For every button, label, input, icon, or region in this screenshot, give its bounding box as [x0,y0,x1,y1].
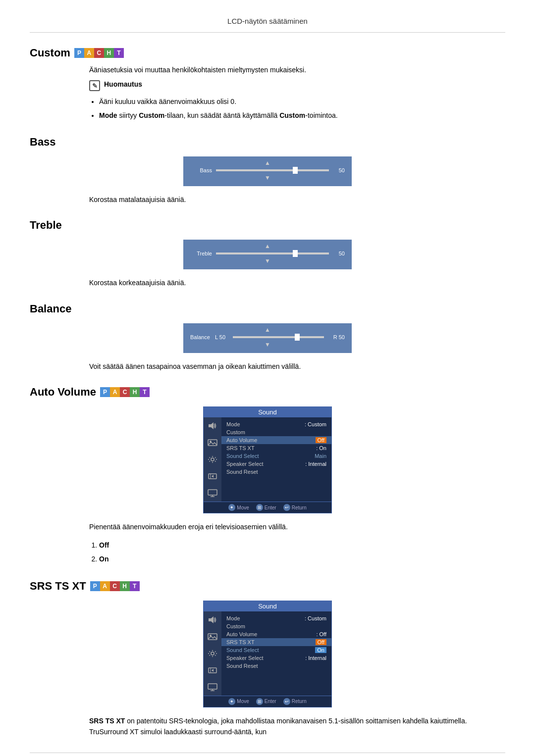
srs-footer-enter: ⊞ Enter [256,698,276,705]
bass-arrow-down: ▼ [265,174,270,181]
bullet-custom: Custom [139,111,164,119]
option-off: Off [99,539,505,552]
balance-slider-label: Balance [190,334,212,340]
balance-left-value: L 50 [215,334,230,340]
balance-arrow-up: ▲ [265,326,270,333]
srs-row-speakerselect: Speaker Select : Internal [221,654,331,662]
bass-title: Bass [30,136,505,149]
srs-menu-title: Sound [204,601,331,611]
srs-row-mode: Mode : Custom [221,614,331,622]
treble-arrow-down: ▼ [265,257,270,264]
menu-row-srs: SRS TS XT : On [221,444,331,452]
option-on: On [99,553,505,566]
bullet-1: Ääni kuuluu vaikka äänenvoimakkuus olisi… [99,96,505,108]
badge-c: C [94,48,104,58]
bullet-custom2: Custom [279,111,305,119]
menu-icons [204,417,221,502]
menu-rows: Mode : Custom Custom Auto Volume Off [221,417,331,502]
page-title: LCD-näytön säätäminen [30,10,505,33]
auto-volume-badge: P A C H T [100,387,150,397]
treble-section: Treble ▲ Treble 50 ▼ Korostaa korkeataaj… [30,219,505,288]
bass-slider-row: Bass 50 [190,167,345,173]
svg-rect-1 [208,440,217,446]
menu-row-soundselect: Sound Select Main [221,452,331,460]
bass-section: Bass ▲ Bass 50 ▼ Korostaa matalataajuisi… [30,136,505,205]
srs-title: SRS TS XT P A C H T [30,580,505,593]
badge-t: T [114,48,124,58]
srs-footer-return: ↩ Return [283,698,307,705]
auto-volume-menu: Sound [203,406,332,513]
balance-thumb[interactable] [295,334,300,341]
srs-row-srs[interactable]: SRS TS XT Off [221,638,331,646]
treble-slider-label: Treble [190,251,212,256]
svg-rect-6 [208,490,217,495]
srs-icon-sound [207,614,218,625]
srs-menu-container: Sound [30,601,505,707]
srs-enter-icon: ⊞ [256,698,263,705]
treble-title: Treble [30,219,505,232]
return-icon: ↩ [283,504,290,511]
balance-slider-row: Balance L 50 R 50 [190,334,345,340]
custom-section: Custom P A C H T Ääniasetuksia voi muutt… [30,47,505,122]
bass-slider-box: ▲ Bass 50 ▼ [183,156,352,186]
footer-move: ✦ Move [228,504,249,511]
custom-description: Ääniasetuksia voi muuttaa henkilökohtais… [89,64,505,75]
svg-marker-9 [209,616,214,623]
menu-icon-settings [207,454,218,465]
treble-slider-box: ▲ Treble 50 ▼ [183,240,352,269]
bass-slider-label: Bass [190,167,212,173]
menu-icon-sound [207,420,218,431]
badge-a: A [84,48,94,58]
footer-enter: ⊞ Enter [256,504,276,511]
srs-icon-settings [207,648,218,659]
treble-track[interactable] [216,252,329,254]
note-icon: ✎ [89,80,100,91]
auto-volume-description: Pienentää äänenvoimakkuuden eroja eri te… [89,521,505,532]
custom-section-body: Ääniasetuksia voi muuttaa henkilökohtais… [89,64,505,122]
balance-arrow-down: ▼ [265,341,270,348]
srs-icon-picture [207,631,218,642]
treble-thumb[interactable] [293,250,298,257]
svg-marker-0 [209,422,214,429]
bullet-2: Mode siirtyy Custom-tilaan, kun säädät ä… [99,110,505,122]
svg-point-12 [211,652,214,655]
srs-return-icon: ↩ [283,698,290,705]
balance-section: Balance ▲ Balance L 50 R 50 ▼ Voit säätä… [30,302,505,372]
srs-icon-gear [207,665,218,676]
srs-row-autovolume: Auto Volume : Off [221,630,331,638]
auto-volume-menu-title: Sound [204,407,331,417]
badge-p: P [74,48,84,58]
treble-slider-row: Treble 50 [190,251,345,256]
bass-track[interactable] [216,169,329,171]
footer-return: ↩ Return [283,504,307,511]
treble-value: 50 [333,251,345,256]
menu-row-autovolume[interactable]: Auto Volume Off [221,436,331,444]
menu-icon-monitor [207,488,218,499]
bass-slider-container: ▲ Bass 50 ▼ [30,156,505,186]
balance-track[interactable] [233,336,324,338]
custom-badge: P A C H T [74,48,124,58]
srs-menu-footer: ✦ Move ⊞ Enter ↩ Return [204,696,331,707]
bass-arrow-up: ▲ [265,159,270,166]
menu-row-custom: Custom [221,428,331,436]
treble-description: Korostaa korkeataajuisia ääniä. [89,277,505,288]
balance-slider-box: ▲ Balance L 50 R 50 ▼ [183,323,352,353]
srs-menu: Sound [203,601,332,707]
srs-menu-rows: Mode : Custom Custom Auto Volume : Off [221,611,331,696]
treble-slider-container: ▲ Treble 50 ▼ [30,240,505,269]
svg-point-3 [211,458,214,461]
bass-thumb[interactable] [293,167,298,174]
bass-value: 50 [333,167,345,173]
menu-icon-picture [207,437,218,448]
srs-description: SRS TS XT on patentoitu SRS-teknologia, … [89,715,505,738]
balance-description: Voit säätää äänen tasapainoa vasemman ja… [89,361,505,372]
treble-arrow-up: ▲ [265,243,270,250]
srs-move-icon: ✦ [228,698,235,705]
note-box: ✎ Huomautus [89,80,505,91]
srs-row-soundselect-on: Sound Select On [221,646,331,654]
enter-icon: ⊞ [256,504,263,511]
menu-footer: ✦ Move ⊞ Enter ↩ Return [204,502,331,513]
page-divider [30,753,505,753]
menu-row-speakerselect: Speaker Select : Internal [221,460,331,468]
note-label: Huomautus [104,80,142,88]
